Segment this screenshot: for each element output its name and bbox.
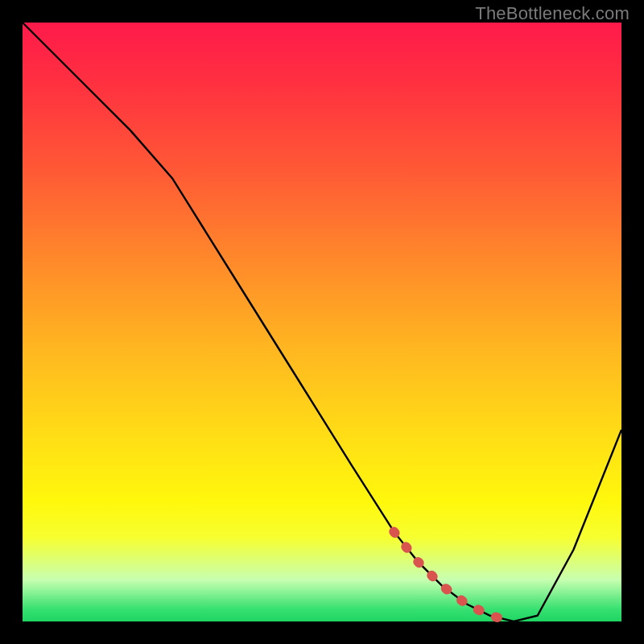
bottleneck-curve-path [23,23,621,621]
emphasis-segment-path [394,531,514,621]
watermark-text: TheBottleneck.com [475,3,630,24]
curve-layer [23,23,621,621]
chart-frame: TheBottleneck.com [0,0,644,644]
plot-area [23,23,621,621]
